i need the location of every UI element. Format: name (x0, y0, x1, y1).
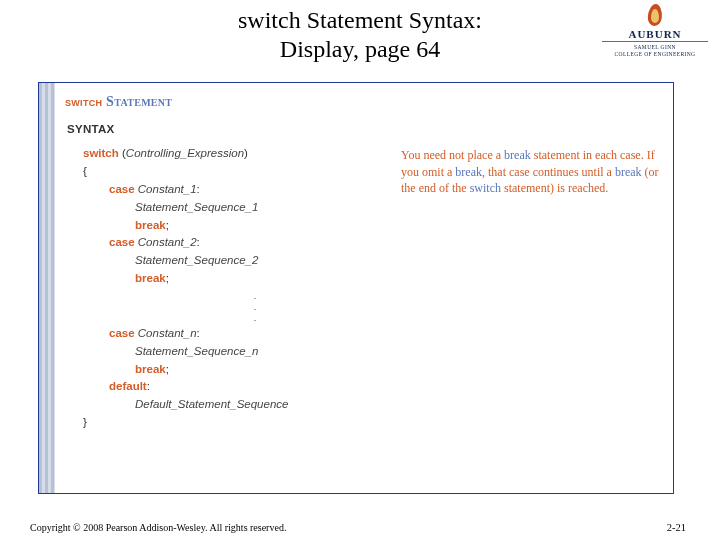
title-kw-switch: switch (65, 94, 102, 109)
stmt-seq-2: Statement_Sequence_2 (135, 254, 258, 266)
const-1: Constant_1 (135, 183, 197, 195)
kw-break-n: break (135, 363, 166, 375)
figure-stripe-decor (39, 83, 55, 493)
stmt-seq-n: Statement_Sequence_n (135, 345, 258, 357)
header: switch Statement Syntax: Display, page 6… (0, 0, 720, 78)
default-stmt-seq: Default_Statement_Sequence (135, 398, 288, 410)
controlling-expr: Controlling_Expression (126, 147, 244, 159)
callout-kw-break3: break (615, 165, 642, 179)
const-2: Constant_2 (135, 236, 197, 248)
logo-sub1: SAMUEL GINN (634, 44, 676, 50)
logo-sub2: COLLEGE OF ENGINEERING (615, 51, 696, 57)
title-line1: switch Statement Syntax: (238, 7, 482, 33)
flame-icon (648, 4, 662, 26)
kw-break-1: break (135, 219, 166, 231)
logo-subtitle: SAMUEL GINN COLLEGE OF ENGINEERING (600, 44, 710, 58)
kw-break-2: break (135, 272, 166, 284)
kw-case-n: case (109, 327, 135, 339)
syntax-code-tail: case Constant_n:Statement_Sequence_nbrea… (65, 325, 661, 432)
syntax-heading: SYNTAX (67, 122, 661, 138)
kw-case-1: case (109, 183, 135, 195)
callout-kw-break1: break (504, 148, 531, 162)
figure-content: switch Statement SYNTAX switch (Controll… (55, 83, 673, 493)
slide-number: 2-21 (667, 522, 686, 533)
title-rest: Statement (102, 94, 172, 109)
copyright-footer: Copyright © 2008 Pearson Addison-Wesley.… (30, 522, 286, 533)
callout-note: You need not place a break statement in … (401, 147, 661, 197)
brace-close: } (83, 414, 661, 432)
const-n: Constant_n (135, 327, 197, 339)
kw-default: default (109, 380, 147, 392)
syntax-figure: switch Statement SYNTAX switch (Controll… (38, 82, 674, 494)
callout-kw-break2: break (455, 165, 482, 179)
figure-title: switch Statement (65, 93, 661, 112)
stmt-seq-1: Statement_Sequence_1 (135, 201, 258, 213)
ellipsis-dots: . . . (125, 291, 385, 324)
logo-university-name: AUBURN (600, 28, 710, 40)
callout-kw-switch: switch (470, 181, 501, 195)
title-line2: Display, page 64 (280, 36, 440, 62)
kw-case-2: case (109, 236, 135, 248)
auburn-logo: AUBURN SAMUEL GINN COLLEGE OF ENGINEERIN… (600, 4, 710, 58)
logo-divider (602, 41, 708, 42)
kw-switch: switch (83, 147, 119, 159)
